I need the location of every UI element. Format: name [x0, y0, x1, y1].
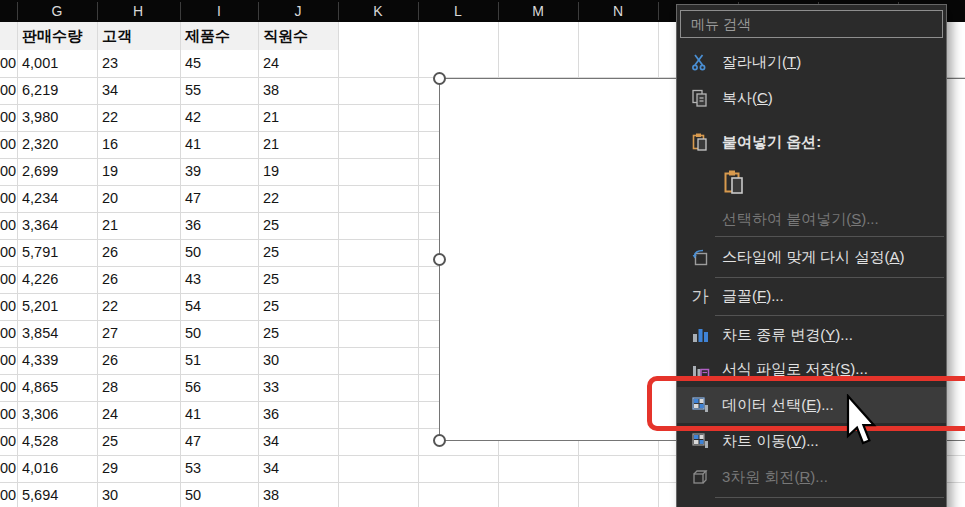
cell-i: 42 — [185, 104, 201, 131]
cell-fragment: 00 — [0, 50, 14, 77]
menu-item-paste-options[interactable]: 붙여넣기 옵션: — [677, 124, 946, 160]
menu-item-reset-style[interactable]: 스타일에 맞게 다시 설정(A) — [677, 239, 946, 275]
table-header-products[interactable]: 제품수 — [185, 22, 230, 50]
cell-j: 30 — [263, 347, 279, 374]
cell-i: 50 — [185, 482, 201, 507]
cell-fragment: 00 — [0, 185, 14, 212]
cell-g: 4,865 — [22, 374, 58, 401]
column-header-K[interactable]: K — [373, 0, 382, 22]
cell-fragment: 00 — [0, 401, 14, 428]
font-icon: 가 — [688, 288, 712, 305]
menu-item-save-template[interactable]: 서식 파일로 저장(S)... — [677, 352, 946, 387]
cell-g: 4,016 — [22, 455, 58, 482]
column-header-H[interactable]: H — [133, 0, 143, 22]
excel-window: GHIJKLMN 판매수량 고객 제품수 직원수 004,00123452400… — [0, 0, 965, 507]
cell-fragment: 00 — [0, 428, 14, 455]
chart-handle-bottom-left[interactable] — [433, 434, 446, 447]
cell-g: 4,234 — [22, 185, 58, 212]
cell-fragment: 00 — [0, 347, 14, 374]
cell-i: 47 — [185, 185, 201, 212]
cell-g: 4,339 — [22, 347, 58, 374]
menu-item-paste-special[interactable]: 선택하여 붙여넣기(S)... — [677, 204, 946, 234]
menu-item-select-data[interactable]: 데이터 선택(E)... — [677, 387, 946, 423]
menu-item-move-chart[interactable]: 차트 이동(V)... — [677, 423, 946, 459]
context-menu: 잘라내기(T) 복사(C) 붙여넣기 옵션: — [676, 4, 947, 507]
menu-search-input[interactable] — [680, 10, 943, 38]
cell-i: 50 — [185, 320, 201, 347]
menu-item-copy[interactable]: 복사(C) — [677, 80, 946, 116]
cell-i: 36 — [185, 212, 201, 239]
menu-item-cut[interactable]: 잘라내기(T) — [677, 44, 946, 80]
cell-j: 25 — [263, 212, 279, 239]
table-header-sales[interactable]: 판매수량 — [22, 22, 82, 50]
chart-handle-mid-left[interactable] — [433, 253, 446, 266]
cell-i: 54 — [185, 293, 201, 320]
cell-j: 25 — [263, 266, 279, 293]
cell-i: 56 — [185, 374, 201, 401]
cell-fragment: 00 — [0, 158, 14, 185]
menu-item-paste-variant[interactable] — [677, 160, 946, 204]
cell-g: 3,980 — [22, 104, 58, 131]
cell-fragment: 00 — [0, 293, 14, 320]
column-header-J[interactable]: J — [295, 0, 302, 22]
paste-option-icon — [722, 169, 746, 195]
menu-separator — [715, 497, 944, 498]
cell-fragment: 00 — [0, 266, 14, 293]
cell-fragment: 00 — [0, 212, 14, 239]
column-divider — [17, 2, 18, 20]
cell-g: 4,001 — [22, 50, 58, 77]
column-header-I[interactable]: I — [217, 0, 221, 22]
gridline-vertical — [258, 22, 259, 507]
cell-g: 4,528 — [22, 428, 58, 455]
cell-j: 22 — [263, 185, 279, 212]
chart-handle-top-left[interactable] — [433, 72, 446, 85]
cell-g: 4,226 — [22, 266, 58, 293]
cell-h: 22 — [102, 293, 118, 320]
cell-g: 6,219 — [22, 77, 58, 104]
cell-j: 38 — [263, 77, 279, 104]
table-header-customers[interactable]: 고객 — [102, 22, 132, 50]
clipboard-icon — [688, 132, 712, 152]
cell-j: 19 — [263, 158, 279, 185]
cell-h: 19 — [102, 158, 118, 185]
cell-h: 25 — [102, 428, 118, 455]
menu-item-font[interactable]: 가 글꼴(F)... — [677, 280, 946, 313]
column-header-N[interactable]: N — [613, 0, 623, 22]
cell-fragment: 00 — [0, 320, 14, 347]
cell-h: 28 — [102, 374, 118, 401]
cell-h: 26 — [102, 266, 118, 293]
menu-item-chart-type[interactable]: 차트 종류 변경(Y)... — [677, 318, 946, 352]
menu-item-partial[interactable] — [677, 500, 946, 507]
column-divider — [180, 2, 181, 20]
reset-style-icon — [688, 247, 712, 267]
cell-i: 41 — [185, 401, 201, 428]
cell-i: 47 — [185, 428, 201, 455]
cell-i: 55 — [185, 77, 201, 104]
column-divider — [418, 2, 419, 20]
cell-j: 38 — [263, 482, 279, 507]
cell-j: 34 — [263, 455, 279, 482]
select-data-icon — [688, 395, 712, 415]
chart-type-icon — [688, 325, 712, 345]
cell-i: 41 — [185, 131, 201, 158]
cell-j: 21 — [263, 131, 279, 158]
cell-h: 26 — [102, 239, 118, 266]
cell-h: 30 — [102, 482, 118, 507]
table-header-employees[interactable]: 직원수 — [263, 22, 308, 50]
cell-fragment: 00 — [0, 131, 14, 158]
cell-j: 25 — [263, 239, 279, 266]
cell-h: 16 — [102, 131, 118, 158]
cell-fragment: 00 — [0, 77, 14, 104]
cell-h: 27 — [102, 320, 118, 347]
cell-j: 33 — [263, 374, 279, 401]
column-header-L[interactable]: L — [454, 0, 462, 22]
gridline-vertical — [180, 22, 181, 507]
cell-j: 34 — [263, 428, 279, 455]
cell-j: 24 — [263, 50, 279, 77]
column-divider — [578, 2, 579, 20]
column-header-M[interactable]: M — [532, 0, 544, 22]
column-header-G[interactable]: G — [52, 0, 63, 22]
menu-item-3d-rotation[interactable]: 3차원 회전(R)... — [677, 459, 946, 495]
cell-j: 25 — [263, 293, 279, 320]
gridline-vertical — [418, 22, 419, 507]
